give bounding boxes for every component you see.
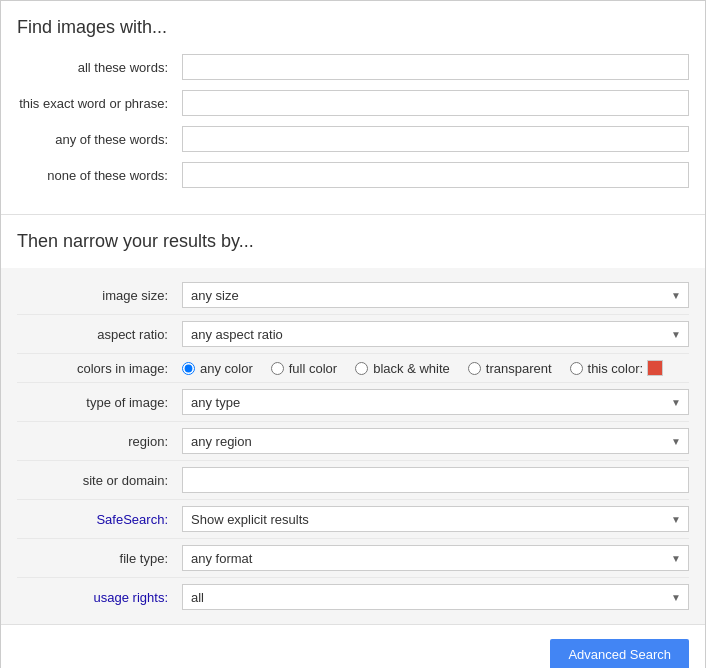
colors-row: colors in image: any color full color bl… (17, 353, 689, 382)
image-size-select-wrapper: any size large medium icon ▼ (182, 282, 689, 308)
color-transparent-label: transparent (486, 361, 552, 376)
exact-phrase-input[interactable] (182, 90, 689, 116)
site-domain-input[interactable] (182, 467, 689, 493)
usage-rights-label: usage rights: (17, 590, 182, 605)
usage-rights-select-wrapper: all labeled for reuse with modification … (182, 584, 689, 610)
image-size-row: image size: any size large medium icon ▼ (17, 276, 689, 314)
image-size-label: image size: (17, 288, 182, 303)
any-words-input[interactable] (182, 126, 689, 152)
color-this-label: this color: (588, 361, 644, 376)
exact-phrase-label: this exact word or phrase: (17, 96, 182, 111)
color-this-option[interactable]: this color: (570, 360, 664, 376)
safesearch-select-wrapper: Show explicit results Moderate Strict ▼ (182, 506, 689, 532)
filter-section: image size: any size large medium icon ▼… (1, 268, 705, 624)
all-words-row: all these words: (17, 54, 689, 80)
advanced-search-button[interactable]: Advanced Search (550, 639, 689, 668)
file-type-select-wrapper: any format jpg gif png bmp svg webp ico … (182, 545, 689, 571)
section-divider (1, 214, 705, 215)
color-any-option[interactable]: any color (182, 361, 253, 376)
color-full-radio[interactable] (271, 362, 284, 375)
safesearch-label: SafeSearch: (17, 512, 182, 527)
aspect-ratio-row: aspect ratio: any aspect ratio tall squa… (17, 314, 689, 353)
safesearch-row: SafeSearch: Show explicit results Modera… (17, 499, 689, 538)
color-this-radio[interactable] (570, 362, 583, 375)
title-section: Find images with... all these words: thi… (1, 1, 705, 206)
file-type-select[interactable]: any format jpg gif png bmp svg webp ico … (182, 545, 689, 571)
none-words-row: none of these words: (17, 162, 689, 188)
color-bw-option[interactable]: black & white (355, 361, 450, 376)
color-any-radio[interactable] (182, 362, 195, 375)
image-size-select[interactable]: any size large medium icon (182, 282, 689, 308)
image-type-select-wrapper: any type face photo clip art line drawin… (182, 389, 689, 415)
color-bw-radio[interactable] (355, 362, 368, 375)
all-words-label: all these words: (17, 60, 182, 75)
main-container: Find images with... all these words: thi… (0, 0, 706, 668)
image-type-label: type of image: (17, 395, 182, 410)
aspect-ratio-label: aspect ratio: (17, 327, 182, 342)
color-bw-label: black & white (373, 361, 450, 376)
color-full-option[interactable]: full color (271, 361, 337, 376)
region-select[interactable]: any region (182, 428, 689, 454)
color-swatch[interactable] (647, 360, 663, 376)
region-select-wrapper: any region ▼ (182, 428, 689, 454)
colors-radio-group: any color full color black & white trans… (182, 360, 681, 376)
usage-rights-select[interactable]: all labeled for reuse with modification … (182, 584, 689, 610)
color-transparent-option[interactable]: transparent (468, 361, 552, 376)
all-words-input[interactable] (182, 54, 689, 80)
bottom-bar: Advanced Search (1, 624, 705, 668)
image-type-row: type of image: any type face photo clip … (17, 382, 689, 421)
aspect-ratio-select[interactable]: any aspect ratio tall square wide panora… (182, 321, 689, 347)
aspect-ratio-select-wrapper: any aspect ratio tall square wide panora… (182, 321, 689, 347)
region-label: region: (17, 434, 182, 449)
file-type-label: file type: (17, 551, 182, 566)
site-domain-row: site or domain: (17, 460, 689, 499)
any-words-row: any of these words: (17, 126, 689, 152)
site-domain-label: site or domain: (17, 473, 182, 488)
color-any-label: any color (200, 361, 253, 376)
image-type-select[interactable]: any type face photo clip art line drawin… (182, 389, 689, 415)
page-title: Find images with... (17, 17, 689, 38)
color-transparent-radio[interactable] (468, 362, 481, 375)
region-row: region: any region ▼ (17, 421, 689, 460)
any-words-label: any of these words: (17, 132, 182, 147)
usage-rights-row: usage rights: all labeled for reuse with… (17, 577, 689, 616)
color-full-label: full color (289, 361, 337, 376)
narrow-title: Then narrow your results by... (1, 231, 705, 252)
none-words-label: none of these words: (17, 168, 182, 183)
safesearch-select[interactable]: Show explicit results Moderate Strict (182, 506, 689, 532)
exact-phrase-row: this exact word or phrase: (17, 90, 689, 116)
none-words-input[interactable] (182, 162, 689, 188)
colors-label: colors in image: (17, 361, 182, 376)
file-type-row: file type: any format jpg gif png bmp sv… (17, 538, 689, 577)
